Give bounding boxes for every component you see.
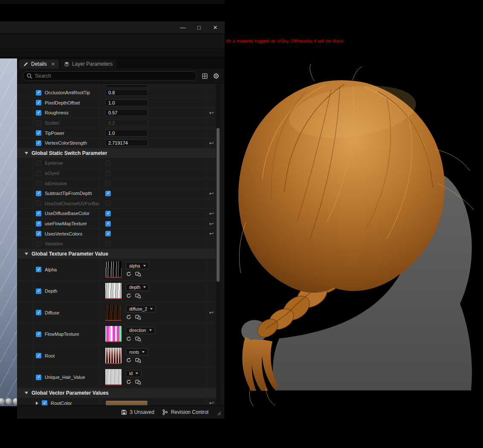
tab-details[interactable]: Details ✕ [19,59,59,69]
param-label: isDyed [45,171,59,176]
param-value-field[interactable]: 2.719174 [105,140,148,146]
param-label: Scatter [45,120,60,125]
param-enable-checkbox[interactable] [36,332,41,337]
browse-to-asset-icon[interactable] [135,336,141,342]
texture-asset-dropdown[interactable]: roots [126,348,148,355]
tab-layer-parameters[interactable]: Layer Parameters [60,59,116,69]
param-enable-checkbox[interactable] [36,375,41,380]
param-enable-checkbox[interactable] [36,191,41,196]
scrollbar-thumb[interactable] [217,128,220,282]
use-selected-asset-icon[interactable] [126,357,132,363]
use-selected-asset-icon[interactable] [126,314,132,320]
use-selected-asset-icon[interactable] [126,379,132,385]
texture-thumbnail-alpha[interactable] [105,262,121,278]
switch-value-checkbox[interactable] [105,160,111,166]
texture-asset-dropdown[interactable]: diffuse_2 [126,305,156,312]
texture-thumbnail-depth[interactable] [105,283,121,299]
level-viewport-sliver[interactable] [0,55,17,406]
param-enable-checkbox[interactable] [36,110,41,116]
param-value-field[interactable]: 0.8 [105,89,148,96]
material-sphere-thumb[interactable] [0,398,5,404]
param-enable-checkbox[interactable] [36,267,41,272]
param-enable-checkbox[interactable] [36,160,41,166]
gear-icon[interactable] [212,72,220,80]
reset-to-default-icon[interactable]: ↩ [209,230,214,237]
switch-value-checkbox[interactable] [105,241,111,247]
param-value-field[interactable]: 1.0 [105,130,148,137]
param-enable-checkbox[interactable] [36,120,41,126]
row-gutter [17,158,34,168]
param-enable-checkbox[interactable] [36,171,41,176]
search-input[interactable] [23,71,197,81]
reset-to-default-icon[interactable]: ↩ [209,210,214,217]
param-enable-checkbox[interactable] [36,130,41,136]
chevron-down-icon [149,329,152,331]
tab-close-icon[interactable]: ✕ [51,61,55,67]
switch-value-checkbox[interactable] [105,180,111,186]
reset-to-default-icon[interactable]: ↩ [209,221,214,227]
param-value-field[interactable]: 0.2 [105,119,148,126]
reset-to-default-icon[interactable]: ↩ [209,400,214,405]
revision-control-button[interactable]: Revision Control [162,409,208,415]
param-enable-checkbox[interactable] [36,100,41,105]
param-label: Unique_Hair_Value [45,375,85,380]
texture-param-row: Depth depth [17,281,217,303]
section-header-vector[interactable]: Global Vector Parameter Values [17,388,217,399]
browse-to-asset-icon[interactable] [135,357,141,363]
param-enable-checkbox[interactable] [36,221,41,227]
reset-to-default-icon[interactable]: ↩ [209,140,214,146]
unsaved-button[interactable]: 3 Unsaved [121,409,154,415]
param-enable-checkbox[interactable] [36,231,41,236]
minimize-button[interactable]: — [177,23,189,32]
param-enable-checkbox[interactable] [36,180,41,186]
browse-to-asset-icon[interactable] [135,293,141,299]
texture-thumbnail-root[interactable] [105,348,121,364]
texture-asset-dropdown[interactable]: alpha [126,262,149,269]
grid-view-icon[interactable] [201,72,208,80]
param-enable-checkbox[interactable] [36,353,41,358]
hair-preview-viewport[interactable]: ith a material tagged as IsSky. Otherwis… [225,0,483,448]
reset-to-default-icon[interactable]: ↩ [209,110,214,116]
browse-to-asset-icon[interactable] [135,379,141,385]
reset-to-default-icon[interactable]: ↩ [209,190,214,197]
section-header-static-switch[interactable]: Global Static Switch Parameter [17,148,217,159]
close-button[interactable]: ✕ [209,23,221,32]
param-value-field[interactable]: 0.57 [105,109,148,116]
texture-asset-dropdown[interactable]: id [126,370,142,377]
maximize-button[interactable]: □ [193,23,205,32]
browse-to-asset-icon[interactable] [135,271,141,277]
browse-to-asset-icon[interactable] [135,314,141,320]
param-enable-checkbox[interactable] [42,400,47,405]
texture-asset-dropdown[interactable]: depth [126,284,149,291]
section-header-texture[interactable]: Global Texture Parameter Value [17,249,217,259]
switch-value-checkbox[interactable] [105,231,111,236]
param-enable-checkbox[interactable] [36,288,41,294]
switch-value-checkbox[interactable] [105,191,111,196]
texture-asset-dropdown[interactable]: direction [126,327,155,334]
texture-param-row: Root roots [17,345,217,367]
param-enable-checkbox[interactable] [36,90,41,96]
switch-value-checkbox[interactable] [105,211,111,216]
param-enable-checkbox[interactable] [36,140,41,146]
switch-value-checkbox[interactable] [105,201,111,206]
texture-thumbnail-diffuse[interactable] [105,305,121,321]
use-selected-asset-icon[interactable] [126,271,132,277]
param-enable-checkbox[interactable] [36,211,41,216]
reset-to-default-icon[interactable]: ↩ [209,309,214,316]
param-value-field[interactable]: 1.0 [105,99,148,106]
param-enable-checkbox[interactable] [36,241,41,247]
switch-value-checkbox[interactable] [105,221,111,227]
param-enable-checkbox[interactable] [36,201,41,206]
window-titlebar[interactable]: — □ ✕ [0,21,225,34]
chevron-collapsed-icon[interactable] [36,401,38,405]
resize-grip[interactable] [216,410,221,415]
param-enable-checkbox[interactable] [36,310,41,315]
use-selected-asset-icon[interactable] [126,336,132,342]
material-sphere-thumb[interactable] [6,398,12,404]
color-swatch[interactable] [105,400,148,405]
switch-value-checkbox[interactable] [105,171,111,176]
texture-thumbnail-id[interactable] [105,369,121,385]
texture-thumbnail-flowmap[interactable] [105,326,121,342]
param-value-field[interactable] [105,84,148,88]
use-selected-asset-icon[interactable] [126,293,132,299]
